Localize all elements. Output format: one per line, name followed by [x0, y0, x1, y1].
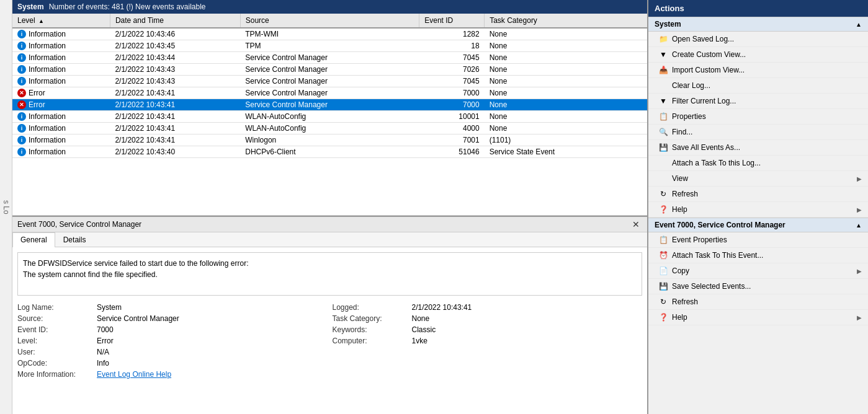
action-icon-copy: 📄 [658, 266, 668, 276]
event-id-value: 7000 [97, 325, 328, 334]
table-row[interactable]: i Information 2/1/2022 10:43:43 Service … [12, 64, 647, 76]
table-row[interactable]: i Information 2/1/2022 10:43:40 DHCPv6-C… [12, 146, 647, 158]
action-import-custom-view[interactable]: 📥 Import Custom View... [648, 63, 868, 78]
action-open-saved-log[interactable]: 📁 Open Saved Log... [648, 32, 868, 47]
source-cell: Service Control Manager [240, 76, 419, 87]
level-cell: i Information [12, 134, 110, 146]
taskcategory-cell: (1101) [485, 134, 647, 146]
system-actions-list: 📁 Open Saved Log... ▼ Create Custom View… [648, 32, 868, 218]
action-filter-current-log[interactable]: ▼ Filter Current Log... [648, 94, 868, 109]
more-info-link[interactable]: Event Log Online Help [97, 370, 328, 379]
col-header-datetime[interactable]: Date and Time [110, 14, 240, 28]
action-properties[interactable]: 📋 Properties [648, 109, 868, 125]
level-text: Information [29, 77, 66, 86]
eventid-cell: 7001 [419, 134, 485, 146]
events-table: Level ▲ Date and Time Source Event ID Ta… [12, 14, 647, 158]
action-icon-create-custom-view: ▼ [658, 50, 668, 59]
event-id-label: Event ID: [17, 325, 92, 334]
action-arrow-help: ▶ [857, 206, 862, 213]
event-section-header[interactable]: Event 7000, Service Control Manager ▲ [648, 218, 868, 232]
action-arrow-copy: ▶ [857, 268, 862, 275]
tab-general[interactable]: General [12, 232, 55, 247]
source-cell: DHCPv6-Client [240, 146, 419, 158]
detail-close-button[interactable]: ✕ [630, 219, 642, 229]
col-header-taskcategory[interactable]: Task Category [485, 14, 647, 28]
table-row[interactable]: i Information 2/1/2022 10:43:41 Winlogon… [12, 134, 647, 146]
system-actions-section: System ▲ 📁 Open Saved Log... ▼ Create Cu… [648, 17, 868, 218]
table-row[interactable]: i Information 2/1/2022 10:43:44 Service … [12, 52, 647, 64]
level-cell: ✕ Error [12, 87, 110, 99]
action-label-import-custom-view: Import Custom View... [672, 66, 862, 74]
eventid-cell: 7026 [419, 64, 485, 76]
action-icon-attach-task-log [658, 158, 668, 168]
table-row[interactable]: i Information 2/1/2022 10:43:41 WLAN-Aut… [12, 123, 647, 134]
table-row[interactable]: ✕ Error 2/1/2022 10:43:41 Service Contro… [12, 87, 647, 99]
system-tab-label[interactable]: System [17, 2, 44, 11]
action-icon-open-saved-log: 📁 [658, 34, 668, 44]
action-copy[interactable]: 📄 Copy ▶ [648, 263, 868, 279]
source-cell: TPM-WMI [240, 28, 419, 40]
action-create-custom-view[interactable]: ▼ Create Custom View... [648, 47, 868, 63]
source-cell: Service Control Manager [240, 52, 419, 64]
col-header-source[interactable]: Source [240, 14, 419, 28]
table-row[interactable]: i Information 2/1/2022 10:43:46 TPM-WMI … [12, 28, 647, 40]
taskcategory-cell: None [485, 76, 647, 87]
taskcategory-cell: None [485, 28, 647, 40]
action-view[interactable]: View ▶ [648, 171, 868, 187]
datetime-cell: 2/1/2022 10:43:43 [110, 76, 240, 87]
info-icon: i [17, 30, 26, 38]
eventid-cell: 7000 [419, 99, 485, 111]
opcode-value: Info [97, 359, 328, 368]
datetime-cell: 2/1/2022 10:43:41 [110, 134, 240, 146]
level-text: Information [29, 148, 66, 156]
more-info-label: More Information: [17, 370, 92, 379]
level-cell: i Information [12, 123, 110, 134]
taskcategory-cell: None [485, 40, 647, 52]
action-label-filter-current-log: Filter Current Log... [672, 97, 862, 105]
action-help2[interactable]: ❓ Help ▶ [648, 310, 868, 325]
user-value: N/A [97, 348, 328, 356]
eventid-cell: 51046 [419, 146, 485, 158]
action-icon-refresh: ↻ [658, 189, 668, 199]
col-header-eventid[interactable]: Event ID [419, 14, 485, 28]
taskcategory-cell: None [485, 111, 647, 123]
action-label-save-selected-events: Save Selected Events... [672, 282, 862, 291]
table-header-row: Level ▲ Date and Time Source Event ID Ta… [12, 14, 647, 28]
action-refresh2[interactable]: ↻ Refresh [648, 294, 868, 310]
action-icon-clear-log [658, 81, 668, 90]
datetime-cell: 2/1/2022 10:43:40 [110, 146, 240, 158]
action-save-selected-events[interactable]: 💾 Save Selected Events... [648, 279, 868, 294]
level-text: Information [29, 53, 66, 62]
computer-label: Computer: [333, 337, 407, 345]
opcode-label: OpCode: [17, 359, 92, 368]
col-header-level[interactable]: Level ▲ [12, 14, 110, 28]
table-row[interactable]: ✕ Error 2/1/2022 10:43:41 Service Contro… [12, 99, 647, 111]
action-clear-log[interactable]: Clear Log... [648, 78, 868, 94]
action-save-all-events[interactable]: 💾 Save All Events As... [648, 140, 868, 156]
datetime-cell: 2/1/2022 10:43:41 [110, 123, 240, 134]
info-icon: i [17, 136, 26, 144]
table-row[interactable]: i Information 2/1/2022 10:43:45 TPM 18 N… [12, 40, 647, 52]
action-refresh[interactable]: ↻ Refresh [648, 187, 868, 202]
table-row[interactable]: i Information 2/1/2022 10:43:41 WLAN-Aut… [12, 111, 647, 123]
action-attach-task-event[interactable]: ⏰ Attach Task To This Event... [648, 248, 868, 263]
action-help[interactable]: ❓ Help ▶ [648, 202, 868, 218]
table-row[interactable]: i Information 2/1/2022 10:43:43 Service … [12, 76, 647, 87]
event-actions-list: 📋 Event Properties ⏰ Attach Task To This… [648, 232, 868, 325]
taskcategory-cell: None [485, 123, 647, 134]
action-label-event-properties: Event Properties [672, 236, 862, 244]
action-find[interactable]: 🔍 Find... [648, 125, 868, 140]
eventid-cell: 4000 [419, 123, 485, 134]
action-icon-help: ❓ [658, 205, 668, 214]
tab-details[interactable]: Details [55, 232, 94, 247]
action-icon-save-selected-events: 💾 [658, 281, 668, 291]
system-section-header[interactable]: System ▲ [648, 17, 868, 32]
action-icon-properties: 📋 [658, 112, 668, 121]
info-icon: i [17, 124, 26, 133]
keywords-label: Keywords: [333, 325, 407, 334]
action-attach-task-log[interactable]: Attach a Task To this Log... [648, 156, 868, 171]
action-event-properties[interactable]: 📋 Event Properties [648, 232, 868, 248]
datetime-cell: 2/1/2022 10:43:41 [110, 99, 240, 111]
source-label: Source: [17, 314, 92, 323]
task-category-value: None [412, 314, 643, 323]
